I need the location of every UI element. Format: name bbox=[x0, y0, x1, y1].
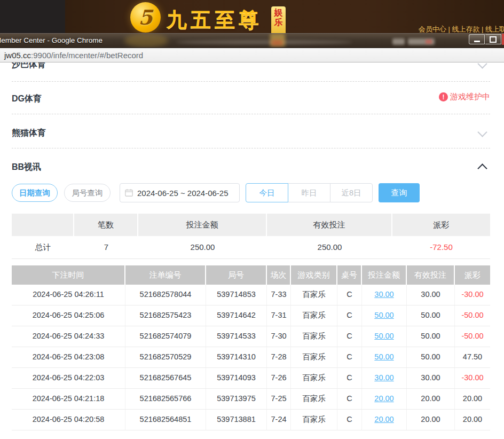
column-header-bet-amount: 投注金额 bbox=[362, 265, 407, 285]
column-header-round-id: 局号 bbox=[206, 265, 267, 285]
today-button[interactable]: 今日 bbox=[246, 183, 288, 202]
cell-session: 7-30 bbox=[267, 326, 291, 347]
header-black-panel bbox=[0, 0, 65, 33]
table-row: 2024-06-25 04:25:06521682575423539714642… bbox=[12, 305, 490, 326]
window-titlebar[interactable]: Member Center - Google Chrome bbox=[0, 33, 504, 48]
page-content: 沙巴体育 DG体育 ! 游戏维护中 熊猫体育 BB视讯 日期查询 局号查询 bbox=[0, 62, 504, 439]
blurred-badge-red bbox=[272, 40, 282, 45]
summary-bet-amount-value: 250.00 bbox=[138, 236, 267, 258]
cell-table-no: C bbox=[337, 285, 362, 305]
cell-bet-amount[interactable]: 30.00 bbox=[362, 285, 407, 305]
cell-payout: -30.00 bbox=[455, 285, 490, 305]
date-range-input[interactable]: 2024-06-25 ~ 2024-06-25 bbox=[120, 183, 240, 202]
search-button[interactable]: 查询 bbox=[379, 183, 420, 202]
cell-valid-bet: 50.00 bbox=[407, 326, 455, 347]
column-header-game-type: 游戏类别 bbox=[291, 265, 337, 285]
yesterday-button[interactable]: 昨日 bbox=[288, 183, 330, 202]
cell-payout: -50.00 bbox=[455, 305, 490, 326]
bet-table-header: 下注时间注单编号局号场次游戏类别桌号投注金额有效投注派彩 bbox=[12, 265, 490, 285]
tab-date-query[interactable]: 日期查询 bbox=[12, 184, 58, 202]
maximize-button[interactable] bbox=[485, 34, 501, 44]
cell-round-id: 539713881 bbox=[206, 410, 267, 430]
table-row: 2024-06-25 04:21:18521682565766539713975… bbox=[12, 389, 490, 410]
maintenance-badge: ! 游戏维护中 bbox=[439, 92, 490, 102]
blurred-swirl-decoration bbox=[176, 40, 352, 44]
site-logo-icon: 5 bbox=[130, 2, 161, 33]
cell-bet-amount[interactable]: 50.00 bbox=[362, 347, 407, 367]
filter-row: 日期查询 局号查询 2024-06-25 ~ 2024-06-25 今日 昨日 … bbox=[0, 183, 504, 202]
cell-bet-id: 521682570529 bbox=[125, 347, 206, 367]
cell-bet-amount[interactable]: 20.00 bbox=[362, 389, 407, 409]
bet-table-body: 2024-06-25 04:26:11521682578044539714853… bbox=[12, 285, 490, 430]
cell-bet-amount[interactable]: 50.00 bbox=[362, 326, 407, 347]
quick-range-group: 今日 昨日 近8日 bbox=[246, 183, 373, 202]
blurred-user-info bbox=[392, 38, 405, 45]
maximize-icon bbox=[490, 36, 497, 43]
cell-valid-bet: 20.00 bbox=[407, 389, 455, 409]
chevron-down-icon[interactable] bbox=[477, 62, 487, 69]
chevron-up-icon[interactable] bbox=[477, 163, 487, 173]
cell-round-id: 539714310 bbox=[206, 347, 267, 367]
cell-bet-id: 521682574079 bbox=[125, 326, 206, 347]
header-nav-links[interactable]: 会员中心 | 线上存款 | 线上取 bbox=[419, 25, 504, 33]
cell-bet-time: 2024-06-25 04:25:06 bbox=[12, 305, 125, 326]
table-row: 2024-06-25 04:22:03521682567645539714093… bbox=[12, 368, 490, 389]
blurred-user-info-red bbox=[426, 40, 432, 44]
cell-bet-id: 521682575423 bbox=[125, 305, 206, 326]
cell-game-type: 百家乐 bbox=[291, 368, 337, 388]
tab-round-query[interactable]: 局号查询 bbox=[64, 184, 111, 202]
column-header-table-no: 桌号 bbox=[337, 265, 362, 285]
cell-bet-time: 2024-06-25 04:22:03 bbox=[12, 368, 125, 388]
summary-header-valid-bet: 有效投注 bbox=[267, 214, 392, 236]
minimize-button[interactable] bbox=[469, 34, 485, 44]
close-button-edge[interactable] bbox=[502, 34, 504, 45]
cell-round-id: 539714093 bbox=[206, 368, 267, 388]
cell-valid-bet: 50.00 bbox=[407, 347, 455, 367]
summary-payout-value: -72.50 bbox=[392, 236, 490, 258]
cell-payout: 47.50 bbox=[455, 347, 490, 367]
column-header-bet-time: 下注时间 bbox=[12, 265, 125, 285]
window-title: Member Center - Google Chrome bbox=[0, 36, 103, 44]
date-range-value: 2024-06-25 ~ 2024-06-25 bbox=[137, 189, 229, 198]
last-8-days-button[interactable]: 近8日 bbox=[330, 183, 373, 202]
cell-game-type: 百家乐 bbox=[291, 326, 337, 347]
url-path: :9900/infe/mcenter/#/betRecord bbox=[31, 51, 143, 60]
calendar-icon bbox=[125, 189, 133, 197]
cell-valid-bet: 50.00 bbox=[407, 305, 455, 326]
table-row: 2024-06-25 04:26:11521682578044539714853… bbox=[12, 285, 490, 305]
cell-table-no: C bbox=[337, 305, 362, 326]
summary-count-value: 7 bbox=[74, 236, 138, 258]
dashed-divider bbox=[12, 81, 490, 82]
screen: 5 九五至尊 娱 乐 会员中心 | 线上存款 | 线上取 Member Cent… bbox=[0, 0, 504, 439]
bet-record-table: 下注时间注单编号局号场次游戏类别桌号投注金额有效投注派彩 2024-06-25 … bbox=[12, 265, 490, 430]
summary-total-label: 总计 bbox=[12, 236, 74, 258]
section-label-bb: BB视讯 bbox=[12, 162, 41, 173]
cell-game-type: 百家乐 bbox=[291, 389, 337, 409]
summary-header-empty bbox=[12, 214, 74, 236]
url-bar[interactable]: jw05.cc:9900/infe/mcenter/#/betRecord bbox=[0, 48, 504, 62]
cell-valid-bet: 20.00 bbox=[407, 410, 455, 430]
cell-session: 7-28 bbox=[267, 347, 291, 367]
cell-round-id: 539714853 bbox=[206, 285, 267, 305]
cell-payout: -30.00 bbox=[455, 368, 490, 388]
column-header-bet-id: 注单编号 bbox=[125, 265, 206, 285]
summary-header-payout: 派彩 bbox=[392, 214, 490, 236]
cell-payout: 20.00 bbox=[455, 389, 490, 409]
logo-badge-char: 娱 bbox=[271, 8, 286, 18]
section-label-saba: 沙巴体育 bbox=[12, 62, 46, 70]
minimize-icon bbox=[474, 41, 480, 42]
cell-round-id: 539713975 bbox=[206, 389, 267, 409]
cell-bet-amount[interactable]: 20.00 bbox=[362, 410, 407, 430]
cell-game-type: 百家乐 bbox=[291, 347, 337, 367]
table-row: 2024-06-25 04:24:33521682574079539714533… bbox=[12, 326, 490, 347]
cell-bet-amount[interactable]: 50.00 bbox=[362, 305, 407, 326]
cell-session: 7-26 bbox=[267, 368, 291, 388]
cell-payout: 20.00 bbox=[455, 410, 490, 430]
cell-valid-bet: 30.00 bbox=[407, 285, 455, 305]
cell-bet-time: 2024-06-25 04:20:58 bbox=[12, 410, 125, 430]
maintenance-text: 游戏维护中 bbox=[450, 92, 490, 102]
cell-round-id: 539714642 bbox=[206, 305, 267, 326]
cell-bet-amount[interactable]: 30.00 bbox=[362, 368, 407, 388]
section-label-dg: DG体育 bbox=[12, 93, 42, 105]
chevron-down-icon[interactable] bbox=[477, 127, 487, 137]
